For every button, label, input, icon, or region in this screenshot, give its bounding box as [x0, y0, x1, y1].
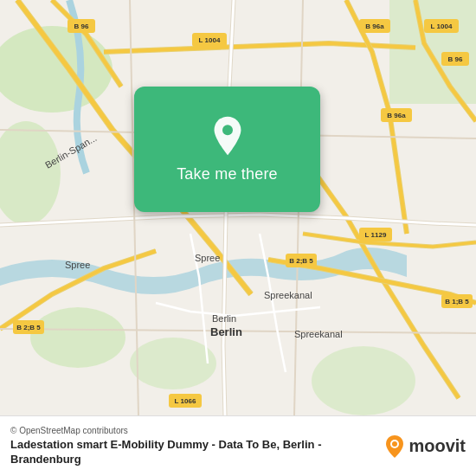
svg-point-4 [130, 338, 216, 389]
moovit-pin-icon [384, 434, 405, 459]
bottom-left-info: © OpenStreetMap contributors Ladestation… [10, 426, 339, 467]
moovit-text: moovit [408, 436, 466, 456]
bottom-bar: © OpenStreetMap contributors Ladestation… [0, 415, 476, 476]
svg-text:Spree: Spree [65, 260, 90, 270]
svg-text:L 1129: L 1129 [365, 231, 387, 239]
map-container: B 96 B 96 L 1004 B 96a B 96a L 1004 B 96… [0, 0, 476, 415]
take-me-there-button[interactable]: Take me there [177, 165, 278, 183]
svg-point-6 [30, 307, 125, 368]
svg-text:L 1004: L 1004 [199, 36, 221, 44]
svg-text:L 1004: L 1004 [431, 23, 453, 30]
svg-text:B 96: B 96 [74, 23, 89, 30]
svg-text:B 1;B 5: B 1;B 5 [445, 298, 469, 306]
osm-attribution: © OpenStreetMap contributors [10, 426, 339, 435]
svg-text:Spreekanal: Spreekanal [264, 290, 312, 300]
svg-point-42 [222, 125, 233, 135]
svg-text:B 2;B 5: B 2;B 5 [16, 324, 41, 331]
svg-point-5 [312, 346, 415, 415]
svg-text:B 96: B 96 [448, 55, 463, 63]
svg-text:Spreekanal: Spreekanal [294, 329, 343, 339]
svg-text:B 96a: B 96a [387, 112, 406, 119]
location-card[interactable]: Take me there [134, 87, 320, 212]
svg-point-44 [392, 441, 397, 447]
svg-text:B 96a: B 96a [365, 23, 384, 30]
location-pin-icon [207, 115, 248, 157]
svg-text:L 1066: L 1066 [175, 397, 196, 405]
svg-text:Berlin: Berlin [210, 325, 242, 338]
svg-text:Spree: Spree [195, 253, 220, 263]
location-name: Ladestation smart E-Mobility Dummy - Dat… [10, 438, 339, 467]
moovit-logo: moovit [384, 434, 466, 459]
svg-text:B 2;B 5: B 2;B 5 [289, 257, 313, 265]
svg-text:Berlin: Berlin [212, 313, 236, 324]
